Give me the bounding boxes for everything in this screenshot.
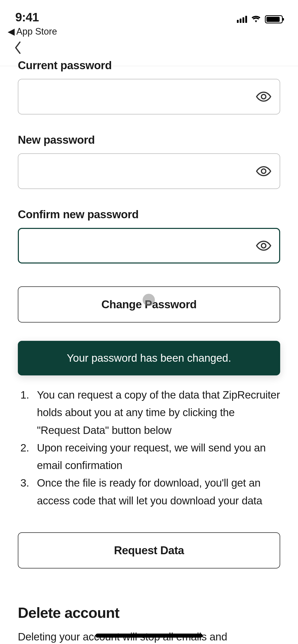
toggle-visibility-icon[interactable] bbox=[256, 241, 271, 251]
svg-point-0 bbox=[261, 94, 266, 99]
current-password-label: Current password bbox=[18, 59, 280, 72]
cellular-signal-icon bbox=[237, 16, 247, 23]
back-app-label: App Store bbox=[16, 26, 57, 37]
touch-indicator bbox=[143, 294, 155, 306]
toggle-visibility-icon[interactable] bbox=[256, 92, 271, 102]
wifi-icon bbox=[251, 15, 261, 23]
status-bar: 9:41 ◀ App Store bbox=[0, 0, 298, 36]
back-to-app-store[interactable]: ◀ App Store bbox=[8, 26, 57, 37]
current-password-input[interactable] bbox=[18, 79, 280, 114]
new-password-input[interactable] bbox=[18, 153, 280, 189]
data-step-item: You can request a copy of the data that … bbox=[18, 386, 280, 439]
svg-point-1 bbox=[261, 169, 266, 173]
new-password-label: New password bbox=[18, 134, 280, 146]
delete-account-heading: Delete account bbox=[18, 604, 280, 621]
status-time: 9:41 bbox=[15, 10, 57, 24]
success-toast: Your password has been changed. bbox=[18, 341, 280, 375]
data-request-steps: You can request a copy of the data that … bbox=[18, 386, 280, 509]
data-step-item: Upon receiving your request, we will sen… bbox=[18, 439, 280, 474]
request-data-button[interactable]: Request Data bbox=[18, 532, 280, 568]
svg-point-2 bbox=[261, 243, 266, 248]
back-caret-icon: ◀ bbox=[8, 26, 15, 37]
home-indicator[interactable] bbox=[96, 634, 202, 638]
confirm-password-label: Confirm new password bbox=[18, 208, 280, 221]
battery-icon bbox=[265, 15, 283, 23]
data-step-item: Once the file is ready for download, you… bbox=[18, 474, 280, 509]
confirm-password-input[interactable] bbox=[18, 228, 280, 264]
toggle-visibility-icon[interactable] bbox=[256, 166, 271, 176]
back-button[interactable] bbox=[13, 41, 23, 58]
